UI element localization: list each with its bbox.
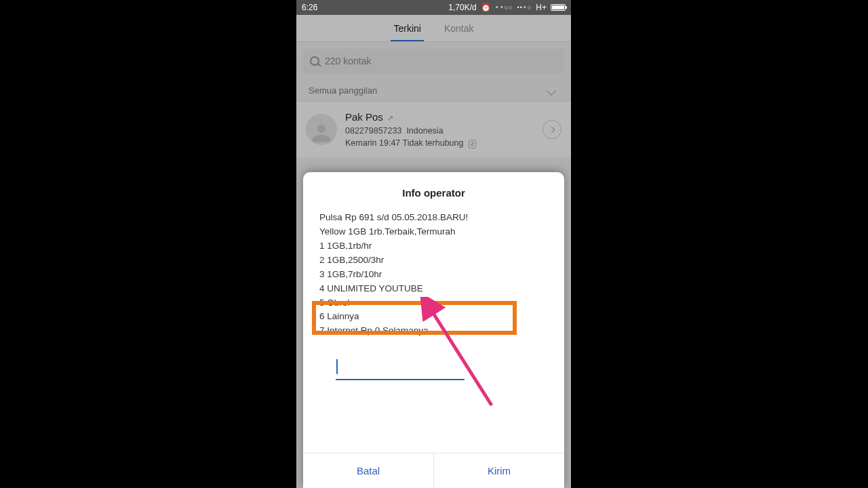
ussd-line: 1 1GB,1rb/hr <box>319 239 548 253</box>
call-status: Tidak terhubung <box>403 138 464 148</box>
tab-recent[interactable]: Terkini <box>393 23 420 34</box>
ussd-line: 7 Internet Rp 0 Selamanya <box>319 324 548 338</box>
call-number: 082279857233 <box>345 126 401 136</box>
ussd-line: 6 Lainnya <box>319 310 548 324</box>
status-speed: 1,70K/d <box>448 3 476 12</box>
dialog-body: Pulsa Rp 691 s/d 05.05.2018.BARU! Yellow… <box>303 211 564 453</box>
avatar <box>306 114 337 145</box>
ussd-line: 2 1GB,2500/3hr <box>319 253 548 268</box>
ussd-input[interactable] <box>336 361 465 380</box>
ussd-line: 4 UNLIMITED YOUTUBE <box>319 282 548 296</box>
call-log-item[interactable]: Pak Pos ↗ 082279857233 Indonesia Kemarin… <box>296 101 571 157</box>
signal-2-icon: ••∘○ <box>517 4 532 11</box>
ussd-line: 3 1GB,7rb/10hr <box>319 268 548 282</box>
chevron-down-icon <box>547 85 556 95</box>
send-button[interactable]: Kirim <box>433 453 564 488</box>
status-right: 1,70K/d ⏰ ∘∘○○ ••∘○ H+ <box>448 3 566 12</box>
tab-bar: Terkini Kontak <box>296 15 571 42</box>
search-placeholder: 220 kontak <box>325 56 372 66</box>
call-filter[interactable]: Semua panggilan <box>296 80 571 101</box>
signal-1-icon: ∘∘○○ <box>495 4 513 11</box>
outgoing-icon: ↗ <box>387 114 393 122</box>
call-detail-button[interactable] <box>542 120 561 139</box>
call-time: Kemarin 19:47 <box>345 138 400 148</box>
sim-badge: 2 <box>469 140 476 148</box>
search-icon <box>310 56 319 66</box>
alarm-icon: ⏰ <box>481 3 491 12</box>
dialog-actions: Batal Kirim <box>303 453 564 488</box>
ussd-dialog: Info operator Pulsa Rp 691 s/d 05.05.201… <box>303 172 564 488</box>
call-details: Pak Pos ↗ 082279857233 Indonesia Kemarin… <box>345 110 537 149</box>
call-name: Pak Pos <box>345 111 383 123</box>
search-input[interactable]: 220 kontak <box>303 49 564 73</box>
phone-screen: 6:26 1,70K/d ⏰ ∘∘○○ ••∘○ H+ Terkini Kont… <box>296 0 571 488</box>
ussd-input-wrap <box>319 338 548 380</box>
ussd-line: 5 Obrol <box>319 296 548 310</box>
battery-icon <box>551 4 566 11</box>
ussd-line: Yellow 1GB 1rb.Terbaik,Termurah <box>319 225 548 239</box>
filter-label: Semua panggilan <box>309 85 377 96</box>
call-country: Indonesia <box>406 126 443 136</box>
ussd-line: Pulsa Rp 691 s/d 05.05.2018.BARU! <box>319 211 548 225</box>
chevron-right-icon <box>548 126 555 133</box>
dialog-title: Info operator <box>303 172 564 211</box>
text-cursor <box>336 359 338 374</box>
tab-contacts[interactable]: Kontak <box>444 23 474 34</box>
network-type: H+ <box>536 3 547 12</box>
status-bar: 6:26 1,70K/d ⏰ ∘∘○○ ••∘○ H+ <box>296 0 571 15</box>
cancel-button[interactable]: Batal <box>303 453 433 488</box>
status-time: 6:26 <box>302 3 317 12</box>
